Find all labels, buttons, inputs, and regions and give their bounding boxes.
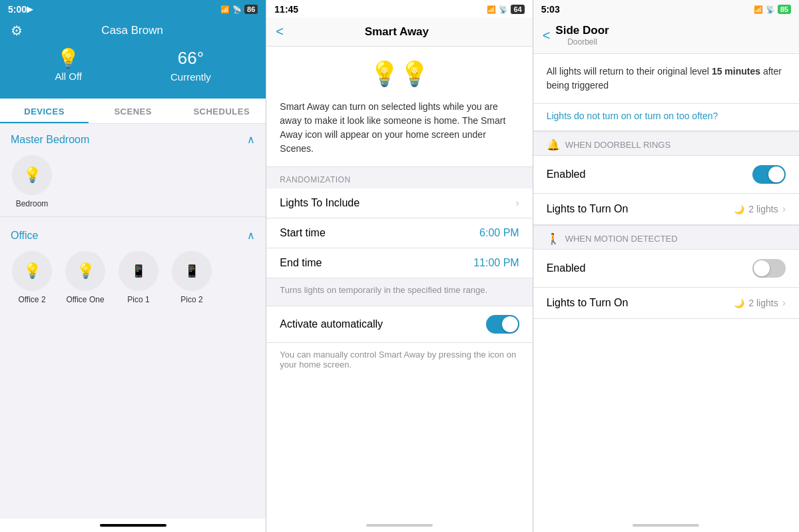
smart-away-description: Smart Away can turn on selected lights w… [266, 95, 532, 166]
device-pico1-label: Pico 1 [127, 295, 149, 304]
chevron-up-icon-2: ∧ [247, 229, 255, 242]
device-office2[interactable]: 💡 Office 2 [8, 251, 56, 304]
remote-icon-pico2: 📱 [184, 264, 199, 278]
office-devices: 💡 Office 2 💡 Office One 📱 Pico 1 [0, 248, 266, 310]
motion-enabled-label: Enabled [547, 262, 586, 274]
wifi-icon-2: 📡 [499, 5, 508, 14]
info-text-before: All lights will return to their original… [547, 66, 712, 77]
doorbell-enabled-toggle[interactable] [752, 165, 786, 184]
bulb-icon-office-one: 💡 [77, 262, 95, 280]
end-time-row[interactable]: End time 11:00 PM [266, 248, 532, 278]
toggle-knob-doorbell [768, 166, 784, 182]
toggle-knob-activate [502, 316, 518, 332]
doorbell-bell-icon: 🔔 [547, 138, 560, 151]
time-1: 5:00 [8, 4, 27, 15]
motion-enabled-row: Enabled [533, 250, 799, 288]
device-pico2-label: Pico 2 [180, 295, 202, 304]
master-bedroom-header[interactable]: Master Bedroom ∧ [0, 124, 266, 152]
end-time-label: End time [280, 257, 322, 269]
motion-enabled-toggle[interactable] [752, 259, 786, 278]
helper-text: Turns lights on temporarily in the speci… [266, 278, 532, 306]
battery-3: 85 [778, 5, 791, 14]
device-bedroom[interactable]: 💡 Bedroom [8, 155, 56, 208]
end-time-value: 11:00 PM [473, 257, 519, 269]
device-office2-icon: 💡 [12, 251, 52, 291]
section-divider-1 [0, 216, 266, 217]
doorbell-lights-row[interactable]: Lights to Turn On 🌙 2 lights › [533, 194, 799, 225]
tab-bar: DEVICES SCENES SCHEDULES [0, 99, 266, 124]
doorbell-section-header: 🔔 WHEN DOORBELL RINGS [533, 131, 799, 156]
time-2: 11:45 [274, 4, 298, 15]
toggle-knob-motion [754, 260, 770, 276]
doorbell-lights-label: Lights to Turn On [547, 203, 629, 215]
motion-section-header: 🚶 WHEN MOTION DETECTED [533, 225, 799, 250]
wifi-icon-3: 📡 [766, 5, 775, 14]
activate-toggle[interactable] [486, 315, 519, 334]
signal-icon-1: 📶 [220, 5, 230, 14]
randomization-label: RANDOMIZATION [266, 166, 532, 188]
start-time-row[interactable]: Start time 6:00 PM [266, 218, 532, 248]
temp-value: 66° [178, 48, 204, 69]
info-text-block: All lights will return to their original… [533, 54, 799, 104]
device-office2-label: Office 2 [18, 295, 45, 304]
tab-scenes[interactable]: SCENES [89, 99, 177, 123]
info-text-bold: 15 minutes [712, 66, 760, 77]
tab-schedules[interactable]: SCHEDULES [177, 99, 266, 123]
motion-lights-right: 🌙 2 lights › [734, 297, 786, 309]
screen3-title-block: Side Door Doorbell [555, 24, 609, 47]
lights-issue-link[interactable]: Lights do not turn on or turn on too oft… [533, 104, 799, 131]
device-bedroom-icon: 💡 [12, 155, 52, 195]
office-title: Office [11, 230, 39, 242]
motion-lights-value: 2 lights [748, 298, 778, 308]
bulb-icon-off: 💡 [57, 49, 80, 68]
home-bar-1 [0, 519, 266, 532]
auto-description: You can manually control Smart Away by p… [266, 343, 532, 378]
motion-person-icon: 🚶 [547, 232, 560, 245]
doorbell-enabled-row: Enabled [533, 156, 799, 194]
chevron-right-doorbell-lights: › [782, 203, 786, 215]
doorbell-section-label: WHEN DOORBELL RINGS [565, 140, 670, 150]
battery-1: 86 [244, 5, 258, 14]
home-bar-2 [266, 519, 532, 532]
motion-section-label: WHEN MOTION DETECTED [565, 234, 678, 244]
back-button-2[interactable]: < [276, 24, 284, 39]
remote-icon-pico1: 📱 [131, 264, 146, 278]
currently-stat[interactable]: 66° Currently [170, 48, 211, 83]
screen3-title: Side Door [555, 24, 609, 37]
screen2-nav-header: < Smart Away [266, 17, 532, 47]
status-bar-3: 5:03 📶 📡 85 [533, 0, 799, 17]
screen2-content: 💡💡 Smart Away can turn on selected light… [266, 47, 532, 519]
moon-icon-2: 🌙 [734, 298, 744, 308]
motion-lights-row[interactable]: Lights to Turn On 🌙 2 lights › [533, 288, 799, 319]
home-name: Casa Brown [23, 24, 242, 37]
status-icons-2: 📶 📡 64 [487, 5, 524, 14]
screen1: 5:00 ▶ 📶 📡 86 ⚙ Casa Brown 💡 All Off [0, 0, 266, 532]
back-button-3[interactable]: < [543, 28, 551, 43]
office-header[interactable]: Office ∧ [0, 220, 266, 248]
device-office-one[interactable]: 💡 Office One [61, 251, 109, 304]
doorbell-lights-right: 🌙 2 lights › [734, 203, 786, 215]
bulbs-icon: 💡💡 [370, 60, 429, 88]
smart-away-desc-text: Smart Away can turn on selected lights w… [280, 101, 505, 154]
doorbell-lights-value: 2 lights [748, 204, 778, 214]
screen1-content: Master Bedroom ∧ 💡 Bedroom Office ∧ [0, 124, 266, 519]
bulb-icon-bedroom: 💡 [23, 166, 41, 184]
chevron-up-icon-1: ∧ [247, 133, 255, 146]
gear-icon[interactable]: ⚙ [11, 23, 23, 39]
currently-label: Currently [170, 71, 211, 83]
header-stats: 💡 All Off 66° Currently [11, 45, 255, 88]
device-pico2[interactable]: 📱 Pico 2 [168, 251, 216, 304]
all-off-label: All Off [55, 71, 82, 82]
doorbell-enabled-label: Enabled [547, 168, 586, 180]
status-bar-2: 11:45 📶 📡 64 [266, 0, 532, 17]
screen2-title: Smart Away [289, 25, 505, 39]
all-off-stat[interactable]: 💡 All Off [55, 49, 82, 82]
device-pico1[interactable]: 📱 Pico 1 [115, 251, 162, 304]
activate-row: Activate automatically [266, 306, 532, 343]
motion-lights-label: Lights to Turn On [547, 297, 629, 309]
lights-include-row[interactable]: Lights To Include › [266, 188, 532, 218]
screen2: 11:45 📶 📡 64 < Smart Away 💡💡 Smart Away … [266, 0, 533, 532]
screen3-content: All lights will return to their original… [533, 54, 799, 519]
lights-include-label: Lights To Include [280, 197, 360, 209]
tab-devices[interactable]: DEVICES [0, 99, 89, 123]
